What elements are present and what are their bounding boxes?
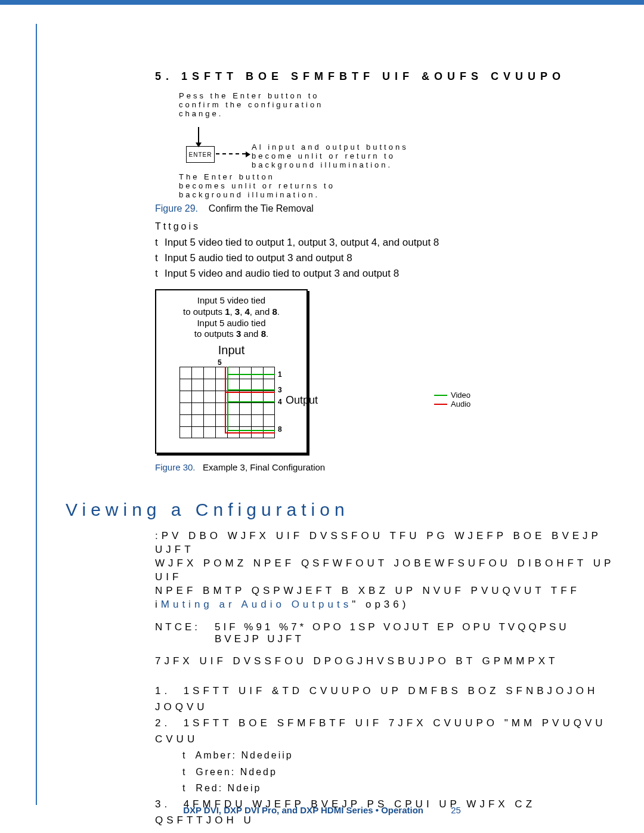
note-row: NTCE: 5IF %91 %7* OPO 1SP VOJUT EP OPU T… (155, 621, 620, 645)
bullet-label: Red: (196, 783, 223, 793)
enter-unlit-text: The Enter button becomes unlit or return… (179, 172, 335, 199)
bullet-amber: t Amber: Ndedeiip (182, 747, 620, 763)
para-line-3b: " op36) (352, 599, 409, 610)
bullet-text: Ndedp (236, 767, 277, 777)
tie-text-1: Input 5 video tied to output 1, output 3… (165, 237, 439, 248)
figure-30-caption: Figure 30. Example 3, Final Configuratio… (155, 462, 620, 472)
legend-audio-label: Audio (451, 400, 470, 408)
output-num-1: 1 (278, 370, 282, 379)
matrix-box: Input 5 video tied to outputs 1, 3, 4, a… (155, 289, 308, 454)
step-text: 1SFTT UIF &TD CVUUPO UP DMFBS BOZ SFNBJO… (155, 685, 598, 713)
bullet-label: Green: (196, 767, 236, 777)
section-heading-viewing: Viewing a Cnfiguration (66, 500, 620, 520)
tie-text-2: Input 5 audio tied to output 3 and outpu… (165, 252, 352, 264)
output-label: Output (286, 394, 318, 407)
para-line-2: WJFX POMZ NPEF QSFWFOUT JOBEWFSUFOU DIBO… (155, 558, 614, 583)
tie-grid: 5 1 3 4 8 Output (169, 358, 294, 447)
input-label: Input (162, 343, 301, 357)
step-5-heading: 5. 1SFTT BOE SFMFBTF UIF &OUFS CVUUPO (155, 70, 620, 83)
para-line-1: :PV DBO WJFX UIF DVSSFOU TFU PG WJEFP BO… (155, 530, 602, 555)
bullet-text: Ndedeiip (237, 750, 293, 760)
bullet-green: t Green: Ndedp (182, 764, 620, 780)
tie-line (225, 432, 275, 433)
note-text: 5IF %91 %7* OPO 1SP VOJUT EP OPU TVQQPSU… (215, 621, 620, 645)
list-item: tInput 5 video tied to output 1, output … (155, 237, 620, 249)
tie-line (227, 401, 275, 402)
view-step-2: 2. 1SFTT BOE SFMFBTF UIF 7JFX CVUUPO "MM… (155, 715, 620, 747)
figure-29-label: Figure 29. (155, 203, 198, 213)
all-buttons-text: Al input and output buttons become unlit… (252, 143, 408, 169)
figure-29-caption: Figure 29. Confirm the Tie Removal (155, 203, 620, 214)
bullet-mark: t (182, 783, 187, 793)
tie-line (227, 374, 275, 375)
ties-heading: Tttgois (155, 221, 620, 232)
legend-video-label: Video (451, 391, 470, 400)
mbox-line-3: Input 5 audio tied (162, 318, 301, 329)
top-accent-gap (0, 5, 644, 11)
top-accent-band (0, 0, 644, 5)
swatch-green-icon (434, 395, 447, 396)
viewing-paragraph: :PV DBO WJFX UIF DVSSFOU TFU PG WJEFP BO… (155, 529, 620, 612)
tie-line (227, 430, 275, 431)
color-bullets: t Amber: Ndedeiip t Green: Ndedp t Red: … (182, 747, 620, 796)
tie-line (227, 389, 275, 391)
press-enter-text: Pess the Enter button to confirm the con… (179, 91, 323, 118)
output-num-4: 4 (278, 398, 282, 406)
footer-text: DXP DVI, DXP DVI Pro, and DXP HDMI Serie… (183, 805, 423, 815)
confirm-diagram: Pess the Enter button to confirm the con… (179, 91, 596, 193)
mbox-line-2: to outputs 1, 3, 4, and 8. (162, 306, 301, 318)
legend: Video Audio (434, 391, 470, 408)
note-label: NTCE: (155, 621, 200, 645)
bullet-mark: t (182, 767, 187, 777)
tie-text-3: Input 5 video and audio tied to output 3… (165, 268, 399, 279)
output-num-8: 8 (278, 425, 282, 433)
mbox-line-1: Input 5 video tied (162, 295, 301, 306)
swatch-red-icon (434, 404, 447, 405)
step-text: 1SFTT BOE SFMFBTF UIF 7JFX CVUUPO "MM PV… (155, 717, 606, 745)
input-5-label: 5 (218, 358, 222, 367)
page-number: 25 (451, 805, 461, 815)
view-step-1: 1. 1SFTT UIF &TD CVUUPO UP DMFBS BOZ SFN… (155, 683, 620, 715)
tie-list: tInput 5 video tied to output 1, output … (155, 237, 620, 280)
view-current-line: 7JFX UIF DVSSFOU DPOGJHVSBUJPO BT GPMMPX… (155, 655, 620, 668)
tie-line (225, 392, 275, 393)
tie-line (227, 367, 228, 431)
legend-video: Video (434, 391, 470, 400)
bullet-mark: t (182, 750, 187, 760)
bullet-text: Ndeip (223, 783, 261, 793)
step-num: 2. (155, 717, 171, 729)
page-content: 5. 1SFTT BOE SFMFBTF UIF &OUFS CVUUPO Pe… (155, 70, 620, 828)
figure-29-text: Confirm the Tie Removal (209, 203, 314, 213)
step-5-title: 1SFTT BOE SFMFBTF UIF &OUFS CVUUPO (181, 70, 565, 82)
page-footer: DXP DVI, DXP DVI Pro, and DXP HDMI Serie… (0, 805, 644, 815)
list-item: tInput 5 audio tied to output 3 and outp… (155, 252, 620, 264)
list-item: tInput 5 video and audio tied to output … (155, 268, 620, 280)
output-num-3: 3 (278, 386, 282, 394)
step-num: 1. (155, 685, 171, 696)
muting-link[interactable]: Muting ar Audio Outputs (161, 599, 352, 610)
arrow-right-icon (216, 153, 246, 154)
legend-audio: Audio (434, 400, 470, 408)
left-accent-rule (36, 24, 37, 805)
bullet-red: t Red: Ndeip (182, 780, 620, 796)
mbox-line-4: to outputs 3 and 8. (162, 329, 301, 340)
enter-button-graphic: ENTER (186, 146, 215, 163)
figure-30-text: Example 3, Final Configuration (203, 462, 325, 472)
step-5-number: 5. (155, 70, 174, 82)
matrix-figure: Input 5 video tied to outputs 1, 3, 4, a… (155, 289, 620, 454)
figure-30-label: Figure 30. (155, 462, 196, 472)
arrow-down-icon (198, 127, 199, 143)
tie-line (225, 367, 226, 433)
bullet-label: Amber: (195, 750, 237, 760)
